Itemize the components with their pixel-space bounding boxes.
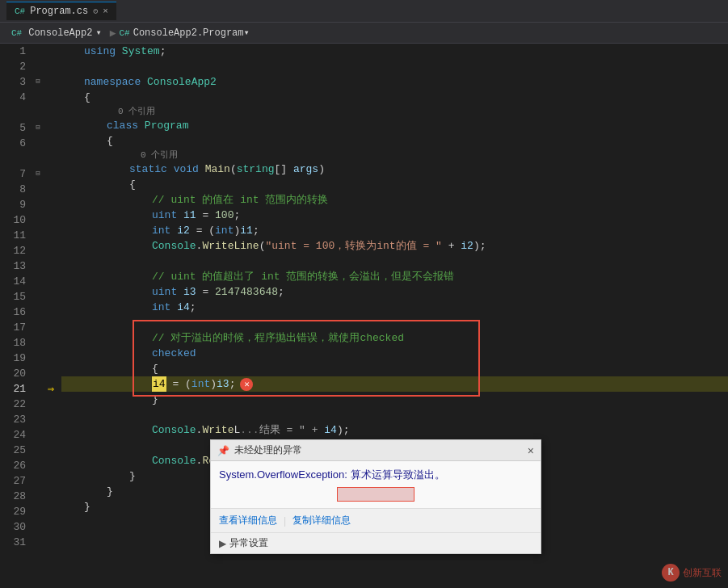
file-tab[interactable]: C# Program.cs ⊝ ×	[6, 2, 116, 20]
fold-15	[32, 289, 44, 304]
arrow-5	[44, 120, 58, 136]
line-num-25: 25	[0, 443, 26, 458]
arrow-12	[44, 243, 58, 258]
code-line-5: class Program	[61, 118, 728, 133]
arrow-4	[44, 90, 58, 105]
exception-close-button[interactable]: ×	[528, 445, 534, 456]
arrow-13	[44, 258, 58, 274]
code-line-2	[61, 59, 728, 74]
pin-icon[interactable]: 📌	[217, 445, 229, 456]
code-line-15: uint i3 = 2147483648;	[61, 284, 728, 300]
arrow-23	[44, 412, 58, 427]
line-num-31: 31	[0, 535, 26, 550]
copy-details-link[interactable]: 复制详细信息	[292, 514, 351, 527]
line-num-17: 17	[0, 320, 26, 335]
line-num-15: 15	[0, 289, 26, 304]
nav-right-icon: C#	[119, 28, 129, 38]
line-num-13: 13	[0, 258, 26, 274]
code-line-refcount2: 0 个引用	[61, 149, 728, 162]
arrow-25	[44, 443, 58, 458]
tab-pin-icon[interactable]: ⊝	[93, 6, 98, 16]
watermark: K 创新互联	[662, 564, 722, 582]
nav-left-dropdown[interactable]: C# ConsoleApp2 ▾	[6, 25, 107, 40]
line-num-19: 19	[0, 351, 26, 366]
line-num-26: 26	[0, 458, 26, 473]
fold-refcount1	[32, 105, 44, 120]
exception-type: System.OverflowException: 算术运算导致溢出。	[219, 468, 532, 482]
exception-popup: 📌 未经处理的异常 × System.OverflowException: 算术…	[210, 439, 541, 554]
code-line-8: {	[61, 177, 728, 192]
line-num-7: 7	[0, 166, 26, 182]
arrow-20	[44, 366, 58, 381]
code-line-4: {	[61, 90, 728, 105]
nav-right-arrow: ▾	[244, 27, 250, 39]
fold-2	[32, 59, 44, 74]
fold-13	[32, 258, 44, 274]
line-num-30: 30	[0, 519, 26, 535]
fold-30	[32, 519, 44, 535]
arrow-19	[44, 351, 58, 366]
tab-close-button[interactable]: ×	[103, 6, 108, 16]
arrow-7	[44, 166, 58, 182]
arrow-3	[44, 74, 58, 90]
fold-7[interactable]: ⊟	[32, 166, 44, 182]
arrow-refcount1	[44, 105, 58, 120]
fold-29	[32, 504, 44, 519]
fold-6	[32, 136, 44, 151]
debug-margin: ⇒	[44, 44, 58, 588]
fold-12	[32, 243, 44, 258]
fold-11	[32, 228, 44, 243]
code-line-11: int i2 = (int)i1;	[61, 223, 728, 238]
nav-right-class[interactable]: C# ConsoleApp2.Program ▾	[119, 27, 249, 39]
fold-23	[32, 412, 44, 427]
fold-20	[32, 366, 44, 381]
arrow-24	[44, 427, 58, 443]
error-icon: ✕	[240, 378, 253, 391]
arrow-14	[44, 274, 58, 289]
line-num-23: 23	[0, 412, 26, 427]
nav-right-label: ConsoleApp2.Program	[133, 27, 244, 39]
view-details-link[interactable]: 查看详细信息	[219, 514, 277, 527]
line-num-21: 21	[0, 381, 26, 397]
fold-1	[32, 44, 44, 59]
fold-3[interactable]: ⊟	[32, 74, 44, 90]
fold-margin: ⊟ ⊟ ⊟	[32, 44, 44, 588]
arrow-8	[44, 182, 58, 197]
code-line-18: // 对于溢出的时候，程序抛出错误，就使用checked	[61, 330, 728, 346]
nav-left-icon: C#	[11, 28, 22, 38]
fold-25	[32, 443, 44, 458]
line-num-28: 28	[0, 489, 26, 504]
code-line-9: // uint 的值在 int 范围内的转换	[61, 192, 728, 208]
code-line-20: {	[61, 361, 728, 376]
code-line-17	[61, 315, 728, 330]
fold-5[interactable]: ⊟	[32, 120, 44, 136]
arrow-18	[44, 335, 58, 351]
code-line-23	[61, 407, 728, 422]
arrow-28	[44, 489, 58, 504]
fold-31	[32, 535, 44, 550]
line-num-16: 16	[0, 304, 26, 320]
code-line-12: Console.WriteLine("uint = 100，转换为int的值 =…	[61, 238, 728, 254]
code-line-21: i4 = (int)i3; ✕	[61, 376, 728, 392]
fold-21	[32, 381, 44, 397]
arrow-refcount2	[44, 151, 58, 166]
exception-header: 📌 未经处理的异常 ×	[211, 440, 541, 461]
arrow-31	[44, 535, 58, 550]
code-line-24: Console.WriteL...结果 = " + i4);	[61, 422, 728, 438]
code-line-13	[61, 254, 728, 269]
line-num-20: 20	[0, 366, 26, 381]
line-num-9: 9	[0, 197, 26, 212]
nav-bar: C# ConsoleApp2 ▾ ▶ C# ConsoleApp2.Progra…	[0, 23, 728, 44]
arrow-1	[44, 44, 58, 59]
line-num-1: 1	[0, 44, 26, 59]
line-num-12: 12	[0, 243, 26, 258]
arrow-15	[44, 289, 58, 304]
line-num-11: 11	[0, 228, 26, 243]
code-line-refcount1: 0 个引用	[61, 105, 728, 118]
exception-settings[interactable]: ▶ 异常设置	[211, 532, 541, 553]
arrow-16	[44, 304, 58, 320]
fold-17	[32, 320, 44, 335]
nav-left-label: ConsoleApp2	[28, 27, 92, 39]
arrow-9	[44, 197, 58, 212]
exception-links: 查看详细信息 | 复制详细信息	[211, 508, 541, 532]
